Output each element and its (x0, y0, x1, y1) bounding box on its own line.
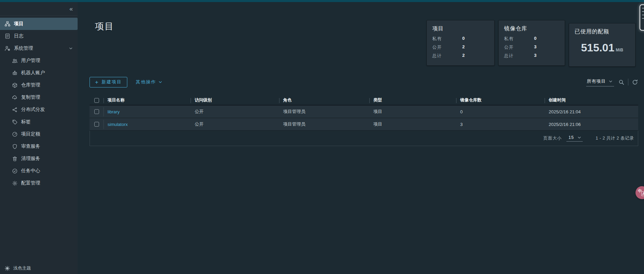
sidebar-item-replications[interactable]: 复制管理 (0, 91, 78, 103)
other-actions-button[interactable]: 其他操作 (136, 79, 162, 85)
column-header-name[interactable]: 项目名称 (103, 96, 191, 105)
project-link[interactable]: simulatorx (108, 122, 128, 127)
access-level-cell: 公开 (191, 118, 279, 130)
table-header-row: 项目名称 访问级别 角色 类型 镜像仓库数 创建时间 (90, 96, 638, 106)
repo-count-cell: 0 (456, 106, 545, 118)
sidebar-item-label: 配置管理 (21, 180, 40, 186)
org-chart-icon (4, 21, 11, 27)
table-row: library 公开 项目管理员 项目 0 2025/2/16 21:04 (90, 106, 638, 118)
sidebar-nav: 项目 日志 系统管理 用户管理 (0, 18, 78, 189)
stat-value: 3 (534, 53, 536, 59)
stat-label: 公开 (432, 44, 442, 50)
extension-glyph (642, 8, 644, 9)
sidebar-item-user-management[interactable]: 用户管理 (0, 54, 78, 67)
column-header-access-level[interactable]: 访问级别 (191, 96, 279, 105)
sidebar-collapse-icon[interactable]: « (69, 6, 73, 12)
sidebar-item-job-center[interactable]: 任务中心 (0, 165, 78, 177)
gauge-icon (12, 131, 18, 137)
search-icon[interactable] (618, 79, 625, 85)
type-cell: 项目 (369, 106, 456, 118)
repo-count-cell: 3 (456, 118, 545, 130)
sidebar: « 项目 日志 系统管理 (0, 2, 78, 274)
header-checkbox-cell (90, 96, 103, 105)
sidebar-item-label: 仓库管理 (21, 82, 40, 88)
stat-value: 3 (534, 44, 536, 50)
page-size-label: 页面大小 (543, 135, 562, 141)
records-summary: 1 - 2 共计 2 条记录 (596, 135, 634, 141)
other-actions-label: 其他操作 (136, 79, 156, 85)
page-title: 项目 (95, 20, 114, 32)
translate-en-glyph: A (641, 191, 644, 196)
sidebar-item-label: 复制管理 (21, 94, 40, 100)
sidebar-item-project-quotas[interactable]: 项目定额 (0, 128, 78, 140)
toolbar-right-group: 所有项目 (586, 78, 638, 86)
task-check-icon (12, 168, 18, 174)
stat-cards: 项目 私有 0 公开 2 总计 2 镜像仓库 私有 0 (426, 20, 635, 67)
repositories-stat-card: 镜像仓库 私有 0 公开 3 总计 3 (498, 20, 565, 66)
column-header-type[interactable]: 类型 (369, 96, 456, 105)
sidebar-item-labels[interactable]: 标签 (0, 116, 78, 128)
trash-icon (12, 156, 18, 162)
extension-glyph (642, 18, 644, 19)
sidebar-item-label: 机器人账户 (21, 70, 45, 76)
shield-icon (12, 144, 18, 149)
role-cell: 项目管理员 (279, 106, 369, 118)
sidebar-item-robot-accounts[interactable]: 机器人账户 (0, 67, 78, 79)
type-cell: 项目 (369, 118, 456, 130)
plus-icon: + (95, 79, 98, 85)
sidebar-item-label: 分布式分发 (21, 107, 45, 113)
project-name-cell: simulatorx (103, 118, 191, 130)
browser-extension-panel[interactable] (640, 4, 644, 31)
row-checkbox[interactable] (94, 122, 99, 127)
card-title: 项目 (432, 25, 489, 32)
sidebar-item-garbage-collection[interactable]: 清理服务 (0, 152, 78, 165)
theme-toggle[interactable]: 浅色主题 (4, 265, 31, 271)
sidebar-item-interrogation-services[interactable]: 审查服务 (0, 140, 78, 152)
card-title: 已使用的配额 (575, 28, 630, 35)
chevron-down-icon (609, 79, 613, 83)
stat-value: 2 (462, 53, 465, 59)
quota-unit: MiB (616, 48, 623, 52)
stat-value: 2 (462, 44, 465, 50)
page-size-control: 页面大小 15 (543, 135, 583, 142)
stat-label: 总计 (432, 53, 442, 59)
refresh-icon[interactable] (632, 79, 638, 85)
table-footer: 页面大小 15 1 - 2 共计 2 条记录 (90, 131, 638, 146)
sidebar-item-label: 标签 (21, 119, 31, 125)
sidebar-item-configuration[interactable]: 配置管理 (0, 177, 78, 189)
sidebar-item-label: 用户管理 (21, 58, 40, 64)
page-size-select[interactable]: 15 (566, 135, 583, 142)
stat-label: 总计 (504, 53, 514, 59)
sidebar-item-distribution[interactable]: 分布式分发 (0, 103, 78, 116)
sidebar-item-label: 系统管理 (14, 45, 33, 51)
sidebar-item-label: 项目 (14, 21, 23, 27)
admin-user-gear-icon (4, 45, 11, 51)
new-project-button[interactable]: + 新建项目 (90, 77, 127, 87)
stat-row: 总计 3 (504, 53, 559, 59)
select-all-checkbox[interactable] (94, 98, 99, 103)
role-cell: 项目管理员 (279, 118, 369, 130)
row-checkbox[interactable] (94, 109, 99, 114)
log-list-icon (4, 33, 11, 39)
project-filter-select[interactable]: 所有项目 (586, 78, 614, 86)
sidebar-item-registries[interactable]: 仓库管理 (0, 79, 78, 91)
column-header-created[interactable]: 创建时间 (545, 96, 638, 105)
theme-toggle-label: 浅色主题 (13, 265, 31, 271)
created-cell: 2025/2/16 21:06 (545, 118, 638, 130)
sidebar-item-logs[interactable]: 日志 (0, 30, 78, 42)
column-header-role[interactable]: 角色 (279, 96, 369, 105)
project-name-cell: library (103, 106, 191, 118)
quota-stat-card: 已使用的配额 515.01MiB (569, 23, 635, 67)
filter-selected-label: 所有项目 (587, 78, 606, 84)
sidebar-item-projects[interactable]: 项目 (0, 18, 78, 30)
stat-row: 私有 0 (432, 36, 489, 42)
chevron-down-icon[interactable] (69, 46, 73, 50)
sidebar-item-label: 项目定额 (21, 131, 40, 137)
project-link[interactable]: library (108, 109, 119, 114)
chevron-down-icon (158, 80, 162, 84)
column-header-repo-count[interactable]: 镜像仓库数 (456, 96, 545, 105)
sidebar-item-label: 清理服务 (21, 156, 40, 162)
stat-label: 私有 (432, 36, 442, 42)
sidebar-item-administration[interactable]: 系统管理 (0, 42, 78, 54)
stat-value: 0 (534, 36, 536, 42)
